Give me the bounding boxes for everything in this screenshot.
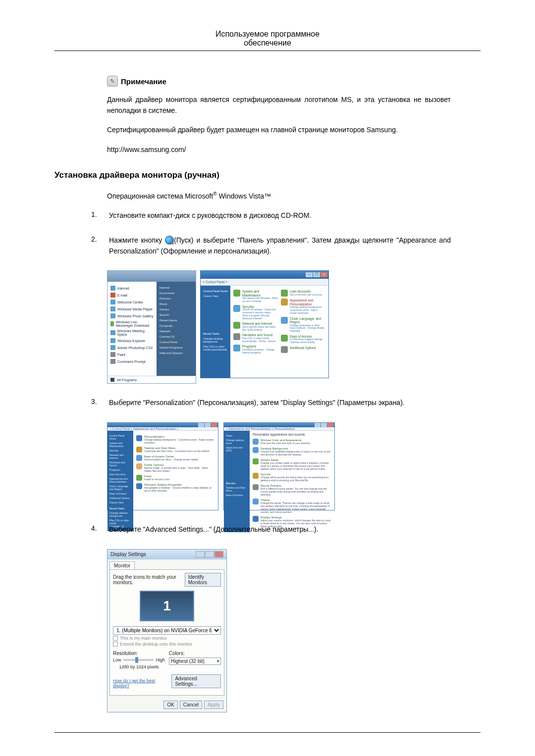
side-link[interactable]: Programs xyxy=(109,468,131,471)
slider-thumb-icon[interactable] xyxy=(135,657,138,663)
ok-button[interactable]: OK xyxy=(163,701,177,709)
appearance-entry[interactable]: Ease of Access CenterAccommodate low vis… xyxy=(136,455,215,461)
side-link[interactable]: Security xyxy=(109,449,131,452)
personalization-entry[interactable]: Screen SaverChange your screen saver or … xyxy=(253,458,331,470)
side-link[interactable]: User Accounts xyxy=(109,473,131,476)
start-menu-right-item[interactable]: Games xyxy=(160,308,193,311)
cp-category[interactable]: Network and InternetView network status … xyxy=(233,322,278,331)
start-menu-item[interactable]: Windows Media Player xyxy=(110,306,154,311)
side-link[interactable]: Change desktop background xyxy=(109,511,131,517)
start-menu-right-item[interactable]: Music xyxy=(160,302,193,305)
side-link[interactable]: Control Panel Home xyxy=(109,434,131,440)
start-menu-item[interactable]: Paint xyxy=(110,352,154,357)
start-menu-item[interactable]: E-mail xyxy=(110,293,154,298)
start-menu-right-item[interactable]: Connect To xyxy=(160,335,193,338)
cp-category[interactable]: User AccountsAdd or remove user accounts xyxy=(281,290,325,297)
start-menu-item[interactable]: Windows Explorer xyxy=(110,338,154,343)
start-menu-item[interactable]: Windows Photo Gallery xyxy=(110,313,154,318)
personalization-entry[interactable]: SoundsChange which sounds are heard when… xyxy=(253,473,331,482)
cp-category[interactable]: Hardware and SoundPlay CDs or other medi… xyxy=(233,333,278,343)
side-link[interactable]: Clock, Language, and Region xyxy=(109,485,131,491)
start-menu-right-item[interactable]: Pictures xyxy=(160,297,193,300)
monitor-tab[interactable]: Monitor xyxy=(109,561,135,569)
min-icon[interactable] xyxy=(196,551,205,557)
cp-classic-view[interactable]: Classic View xyxy=(203,295,228,298)
max-icon[interactable]: ▢ xyxy=(313,272,320,277)
start-menu-item[interactable]: Welcome Center xyxy=(110,300,154,304)
start-menu-right-item[interactable]: Search xyxy=(160,313,193,316)
os-pre: Операционная система Microsoft xyxy=(107,192,213,200)
start-menu-right-item[interactable]: Default Programs xyxy=(160,346,193,349)
cp-category[interactable]: ProgramsUninstall a program · Change sta… xyxy=(233,345,278,354)
start-menu-right-item[interactable]: Network xyxy=(160,330,193,333)
monitor-select[interactable]: 1. (Multiple Monitors) on NVIDIA GeForce… xyxy=(113,626,221,635)
display-settings-dialog: Display Settings Monitor Drag the icons … xyxy=(107,549,227,712)
category-icon xyxy=(233,333,240,340)
cp-category[interactable]: SecurityCheck for updates · Check this c… xyxy=(233,305,278,320)
cp-recent-1[interactable]: Change desktop background xyxy=(203,337,228,343)
monitor-preview[interactable]: 1 xyxy=(140,591,194,621)
side-link[interactable]: Ease of Access xyxy=(226,494,248,497)
appearance-entry[interactable]: Taskbar and Start MenuCustomize the Star… xyxy=(136,447,215,453)
appearance-entry[interactable]: Windows Sidebar PropertiesAdd gadgets to… xyxy=(136,483,215,492)
start-menu-item[interactable]: Windows Live Messenger Download xyxy=(110,320,154,327)
appearance-entry[interactable]: Folder OptionsSpecify single- or double-… xyxy=(136,463,215,472)
close-icon[interactable]: × xyxy=(321,272,327,277)
side-link[interactable]: Classic View xyxy=(109,501,131,504)
max-icon[interactable] xyxy=(205,423,211,427)
personalization-entry[interactable]: Desktop BackgroundChoose from available … xyxy=(253,447,331,456)
personalization-entry[interactable]: Window Color and AppearanceFine tune the… xyxy=(253,439,331,445)
close-icon[interactable] xyxy=(211,423,217,427)
cp-category[interactable]: Appearance and PersonalizationChange des… xyxy=(281,299,325,314)
identify-monitors-button[interactable]: Identify Monitors xyxy=(185,573,221,587)
start-menu-right-item[interactable]: Help and Support xyxy=(160,352,193,354)
side-link[interactable]: System and Maintenance xyxy=(109,442,131,448)
personalization-entry[interactable]: ThemeChange the theme. Themes can change… xyxy=(253,499,331,513)
side-recent-label: Recent Tasks xyxy=(109,507,131,510)
appearance-entry[interactable]: PersonalizationChange desktop background… xyxy=(136,435,215,444)
min-icon[interactable]: – xyxy=(306,272,313,277)
colors-select[interactable]: Highest (32 bit)▾ xyxy=(169,657,221,665)
start-menu-item[interactable]: Adobe Photoshop CS2 xyxy=(110,345,154,350)
start-menu-right-item[interactable]: Documents xyxy=(160,292,193,295)
side-link[interactable]: Ease of Access xyxy=(109,492,131,495)
side-link[interactable]: Additional Options xyxy=(109,497,131,500)
start-menu-item[interactable]: Command Prompt xyxy=(110,359,154,364)
all-programs-link[interactable]: All Programs xyxy=(117,378,137,382)
step-2: 2. Нажмите кнопку (Пуск) и выберите "Пан… xyxy=(91,235,481,256)
side-link[interactable]: Change desktop icons xyxy=(226,439,248,445)
category-icon xyxy=(281,335,288,342)
apply-button[interactable]: Apply xyxy=(204,701,223,709)
max-icon[interactable] xyxy=(321,423,327,427)
side-link[interactable]: Tasks xyxy=(226,434,248,437)
appearance-entry[interactable]: FontsInstall or remove a font xyxy=(136,475,215,481)
side-link[interactable]: Appearance and Personalization xyxy=(109,477,131,483)
resolution-slider[interactable]: Low High xyxy=(113,657,165,662)
start-menu-item[interactable]: Windows Meeting Space xyxy=(110,329,154,336)
close-icon[interactable] xyxy=(214,551,223,557)
personalization-entry[interactable]: Mouse PointersPick a different mouse poi… xyxy=(253,484,331,496)
start-menu-right-item[interactable]: Recent Items xyxy=(160,319,193,322)
advanced-settings-button[interactable]: Advanced Settings... xyxy=(171,674,221,688)
min-icon[interactable] xyxy=(315,423,321,427)
app-icon xyxy=(110,330,115,335)
cp-category[interactable]: Ease of AccessLet Windows suggest settin… xyxy=(281,335,325,344)
start-menu-item[interactable]: Internet xyxy=(110,286,154,291)
start-menu-right-item[interactable]: Internet xyxy=(160,286,193,289)
min-icon[interactable] xyxy=(198,423,204,427)
side-link[interactable]: Taskbar and Start Menu xyxy=(226,486,248,492)
cp-category[interactable]: Additional Options xyxy=(281,346,325,353)
close-icon[interactable] xyxy=(327,423,333,427)
side-link[interactable]: Adjust font size (DPI) xyxy=(226,446,248,452)
step-3: 3. Выберите "Personalization" (Персонали… xyxy=(91,398,481,408)
cp-category[interactable]: Clock, Language, and RegionChange keyboa… xyxy=(281,317,325,333)
side-link[interactable]: Hardware and Sound xyxy=(109,461,131,467)
cp-recent-2[interactable]: Play CDs or other media automatically xyxy=(203,345,228,351)
cp-category[interactable]: System and MaintenanceGet started with W… xyxy=(233,290,278,302)
start-menu-right-item[interactable]: Computer xyxy=(160,324,193,327)
cancel-button[interactable]: Cancel xyxy=(180,701,202,709)
max-icon[interactable] xyxy=(205,551,214,557)
best-display-link[interactable]: How do I get the best display? xyxy=(113,678,168,688)
side-link[interactable]: Network and Internet xyxy=(109,454,131,459)
start-menu-right-item[interactable]: Control Panel xyxy=(160,341,193,344)
